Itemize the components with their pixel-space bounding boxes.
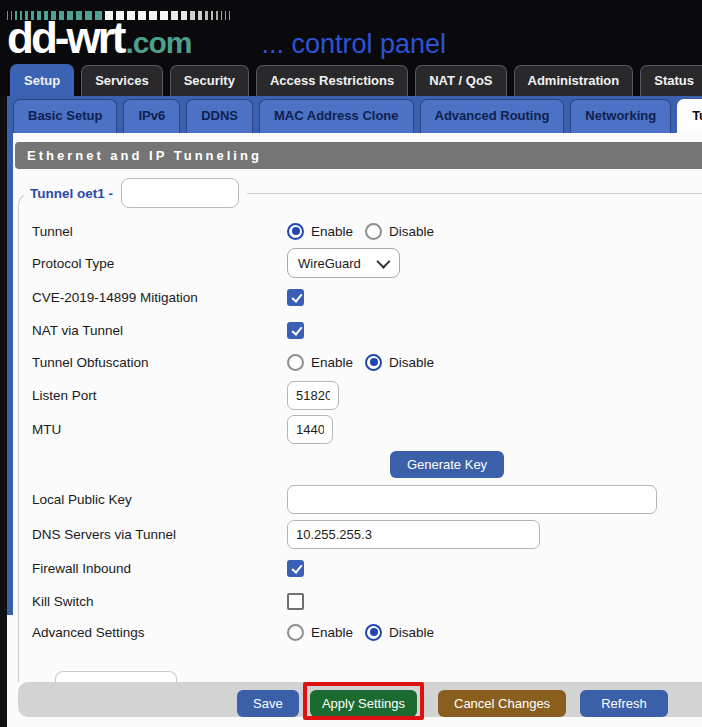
local-public-key-label: Local Public Key [32, 492, 287, 507]
row-dns-servers: DNS Servers via Tunnel [32, 519, 692, 549]
page-left-margin [0, 96, 7, 727]
obfuscation-disable-radio[interactable] [365, 354, 382, 371]
kill-switch-label: Kill Switch [32, 594, 287, 609]
nat-via-tunnel-checkbox[interactable] [287, 322, 304, 339]
app-header: dd-wrt.com ... control panel [0, 0, 702, 62]
subtab-advanced-routing[interactable]: Advanced Routing [420, 99, 565, 133]
logo-dotcom: .com [125, 26, 191, 60]
save-button[interactable]: Save [237, 690, 299, 717]
section-header: Ethernet and IP Tunneling [15, 142, 702, 169]
row-nat-via-tunnel: NAT via Tunnel [32, 315, 692, 345]
listen-port-label: Listen Port [32, 388, 287, 403]
tab-status[interactable]: Status [640, 65, 702, 96]
tunnel-enable-radio[interactable] [287, 223, 304, 240]
tunnel-disable-radio[interactable] [365, 223, 382, 240]
subtab-tunnels[interactable]: Tunnels [677, 99, 702, 133]
row-firewall-inbound: Firewall Inbound [32, 553, 692, 583]
cve-mitigation-checkbox[interactable] [287, 289, 304, 306]
listen-port-input[interactable] [287, 381, 339, 410]
tunnel-disable-label: Disable [389, 224, 434, 239]
generate-key-button[interactable]: Generate Key [390, 451, 504, 478]
row-protocol-type: Protocol Type WireGuard [32, 248, 692, 278]
row-tunnel: Tunnel Enable Disable [32, 216, 692, 246]
tunnel-legend-label: Tunnel oet1 - [30, 186, 113, 201]
tab-access-restrictions[interactable]: Access Restrictions [256, 65, 408, 96]
subtab-basic-setup[interactable]: Basic Setup [13, 99, 117, 133]
mtu-input[interactable] [287, 415, 333, 444]
apply-settings-button[interactable]: Apply Settings [310, 690, 417, 717]
kill-switch-checkbox[interactable] [287, 593, 304, 610]
logo-ddwrt: dd-wrt [7, 18, 123, 58]
cancel-changes-button[interactable]: Cancel Changes [438, 690, 566, 717]
local-public-key-input[interactable] [287, 485, 657, 514]
firewall-inbound-label: Firewall Inbound [32, 561, 287, 576]
advanced-disable-label: Disable [389, 625, 434, 640]
tab-administration[interactable]: Administration [514, 65, 634, 96]
main-tab-bar: Setup Services Security Access Restricti… [0, 62, 702, 96]
advanced-enable-label: Enable [311, 625, 353, 640]
tab-nat-qos[interactable]: NAT / QoS [415, 65, 506, 96]
content-left-border [7, 133, 13, 615]
obfuscation-enable-radio[interactable] [287, 354, 304, 371]
advanced-settings-label: Advanced Settings [32, 625, 287, 640]
subtab-ipv6[interactable]: IPv6 [123, 99, 180, 133]
row-kill-switch: Kill Switch [32, 586, 692, 616]
sub-tab-bar: Basic Setup IPv6 DDNS MAC Address Clone … [0, 96, 702, 133]
advanced-disable-radio[interactable] [365, 624, 382, 641]
row-local-public-key: Local Public Key [32, 484, 692, 514]
row-advanced-settings: Advanced Settings Enable Disable [32, 617, 692, 647]
dns-servers-input[interactable] [287, 520, 540, 549]
tunnel-enable-label: Enable [311, 224, 353, 239]
mtu-label: MTU [32, 422, 287, 437]
refresh-button[interactable]: Refresh [580, 690, 668, 717]
firewall-inbound-checkbox[interactable] [287, 560, 304, 577]
nat-via-tunnel-label: NAT via Tunnel [32, 323, 287, 338]
tab-security[interactable]: Security [170, 65, 249, 96]
protocol-type-select[interactable]: WireGuard [287, 248, 400, 278]
subtab-ddns[interactable]: DDNS [186, 99, 253, 133]
tab-services[interactable]: Services [81, 65, 163, 96]
obfuscation-disable-label: Disable [389, 355, 434, 370]
cve-mitigation-label: CVE-2019-14899 Mitigation [32, 290, 287, 305]
protocol-type-value: WireGuard [298, 256, 361, 271]
control-panel-tagline: ... control panel [261, 29, 446, 60]
advanced-enable-radio[interactable] [287, 624, 304, 641]
row-cve-mitigation: CVE-2019-14899 Mitigation [32, 282, 692, 312]
subtab-mac-address-clone[interactable]: MAC Address Clone [259, 99, 413, 133]
row-listen-port: Listen Port [32, 380, 692, 410]
tunnel-obfuscation-label: Tunnel Obfuscation [32, 355, 287, 370]
protocol-type-label: Protocol Type [32, 256, 287, 271]
row-tunnel-obfuscation: Tunnel Obfuscation Enable Disable [32, 347, 692, 377]
action-bar: Save Apply Settings Cancel Changes Refre… [18, 682, 702, 717]
dns-servers-label: DNS Servers via Tunnel [32, 527, 287, 542]
chevron-down-icon [376, 255, 390, 269]
tunnel-name-input[interactable] [121, 178, 239, 208]
row-mtu: MTU [32, 414, 692, 444]
tunnel-label: Tunnel [32, 224, 287, 239]
subtab-networking[interactable]: Networking [570, 99, 671, 133]
tab-setup[interactable]: Setup [10, 64, 74, 96]
tunnel-legend: Tunnel oet1 - [24, 177, 247, 209]
obfuscation-enable-label: Enable [311, 355, 353, 370]
